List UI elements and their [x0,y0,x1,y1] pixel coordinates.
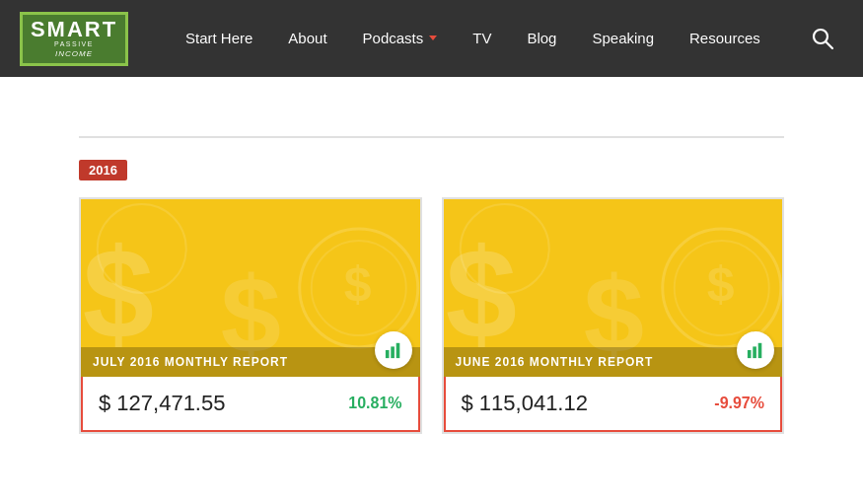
june-amount: $ 115,041.12 [462,391,588,416]
search-button[interactable] [802,0,843,77]
logo-income-text: INCOME [55,49,93,58]
podcasts-dropdown-arrow [429,36,437,40]
card-stats-june: $ 115,041.12 -9.97% [444,375,783,432]
card-stats-july: $ 127,471.55 10.81% [81,375,420,432]
svg-rect-20 [753,346,756,358]
nav-blog[interactable]: Blog [509,0,574,77]
section-divider [79,136,784,138]
svg-rect-21 [758,343,762,358]
logo-smart-text: SMART [31,19,117,40]
card-image-june: $ $ $ JUNE 2016 MONTHLY REPORT [444,199,783,377]
card-july-2016: $ $ $ JULY 2016 MONTHLY REPORT [79,197,422,434]
site-logo[interactable]: SMART PASSIVE INCOME [20,12,128,66]
july-change: 10.81% [348,395,401,412]
svg-rect-9 [385,350,389,358]
june-change: -9.97% [714,395,764,412]
main-content: 2016 $ $ $ JULY 2016 MONTHLY REPORT [0,77,863,434]
card-image-july: $ $ $ JULY 2016 MONTHLY REPORT [81,199,420,377]
bar-chart-icon-june [747,341,764,359]
bar-chart-icon [385,341,402,359]
nav-resources[interactable]: Resources [672,0,778,77]
svg-text:$: $ [344,256,372,312]
main-nav: Start Here About Podcasts TV Blog Speaki… [168,0,802,77]
logo-passive-text: PASSIVE [54,40,94,48]
site-header: SMART PASSIVE INCOME Start Here About Po… [0,0,863,77]
svg-line-1 [827,42,833,49]
year-badge: 2016 [79,160,127,180]
nav-tv[interactable]: TV [455,0,509,77]
chart-button-june[interactable] [737,331,774,369]
card-label-june: JUNE 2016 MONTHLY REPORT [444,347,783,377]
chart-button-july[interactable] [375,331,412,369]
cards-container: $ $ $ JULY 2016 MONTHLY REPORT [0,197,863,434]
card-label-july: JULY 2016 MONTHLY REPORT [81,347,420,377]
svg-text:$: $ [706,256,734,312]
svg-rect-19 [748,350,752,358]
nav-podcasts[interactable]: Podcasts [345,0,456,77]
nav-about[interactable]: About [270,0,344,77]
card-june-2016: $ $ $ JUNE 2016 MONTHLY REPORT [442,197,785,434]
nav-start-here[interactable]: Start Here [168,0,270,77]
july-amount: $ 127,471.55 [99,391,225,416]
svg-rect-10 [391,346,395,358]
svg-rect-11 [396,343,399,358]
nav-speaking[interactable]: Speaking [574,0,672,77]
